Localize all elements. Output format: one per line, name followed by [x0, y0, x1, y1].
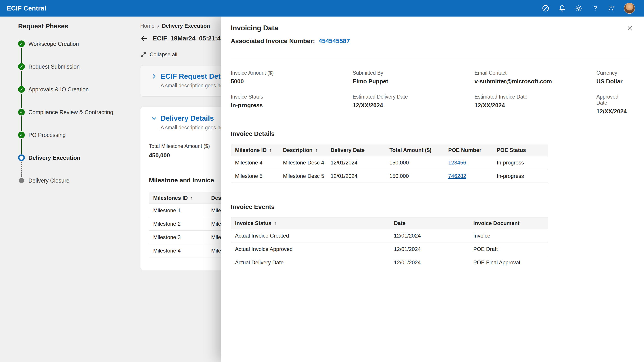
field-label: Invoice Amount ($)	[231, 70, 353, 76]
invoice-event-row: Actual Delivery Date 12/01/2024 POE Fina…	[231, 256, 548, 269]
invoice-details-title: Invoice Details	[231, 130, 630, 137]
milestone-id-cell: Milestone 4	[149, 244, 207, 257]
app-title: ECIF Central	[7, 5, 46, 12]
delivery-date-cell: 12/01/2024	[327, 156, 386, 169]
notifications-icon[interactable]	[558, 4, 567, 13]
chevron-right-icon	[151, 73, 158, 80]
column-label: Milestone ID	[235, 147, 266, 153]
phase-status-icon	[18, 109, 25, 115]
poe-status-cell: In-progress	[493, 156, 548, 169]
phase-status-icon	[18, 132, 25, 138]
field: Currency US Dollar	[596, 70, 630, 85]
chevron-down-icon	[151, 115, 158, 122]
column-label: Description	[283, 147, 312, 153]
field: Submitted By Elmo Puppet	[353, 70, 474, 85]
column-header-delivery-date: Delivery Date	[327, 144, 386, 156]
event-document-cell: POE Draft	[469, 242, 548, 256]
chevron-right-icon: ›	[157, 23, 159, 28]
field-value: 12/XX/2024	[596, 108, 630, 115]
description-cell: Milestone Desc 4	[279, 156, 327, 169]
column-header-description[interactable]: Description↑	[279, 144, 327, 156]
collapse-all-label: Collapse all	[150, 51, 177, 58]
poe-number-cell: 746282	[444, 169, 493, 183]
poe-number-cell: 123456	[444, 156, 493, 169]
phase-step[interactable]: Compliance Review & Contracting	[18, 108, 136, 131]
phase-step-label: Delivery Execution	[28, 154, 80, 161]
field-value: 12/XX/2024	[474, 102, 596, 109]
invoice-detail-row: Milestone 5 Milestone Desc 5 12/01/2024 …	[231, 169, 548, 183]
field-label: Approved Date	[596, 94, 630, 106]
event-document-cell: POE Final Approval	[469, 256, 548, 269]
column-header-invoice-status[interactable]: Invoice Status↑	[231, 217, 390, 229]
top-app-bar: ECIF Central ?	[0, 0, 644, 16]
invoice-event-row: Actual Invoice Created 12/01/2024 Invoic…	[231, 229, 548, 242]
column-header-milestone-id[interactable]: Milestone ID↑	[231, 144, 279, 156]
settings-icon[interactable]	[574, 4, 583, 13]
event-date-cell: 12/01/2024	[390, 242, 469, 256]
page-title: ECIF_19Mar24_05:21:46	[153, 35, 224, 42]
column-header-milestones-id[interactable]: Milestones ID↑	[149, 192, 207, 204]
divider	[231, 121, 630, 121]
help-icon[interactable]: ?	[591, 4, 600, 13]
column-label: Milestones ID	[153, 195, 188, 201]
field-value: 12/XX/2024	[353, 102, 474, 109]
field-label: Estimated Invoice Date	[474, 94, 596, 100]
close-icon[interactable]	[625, 23, 635, 33]
column-header-total-amount: Total Amount ($)	[386, 144, 444, 156]
associated-invoice-number-link[interactable]: 454545587	[319, 37, 350, 45]
phase-step-label: PO Processing	[28, 132, 66, 138]
column-header-date: Date	[390, 217, 469, 229]
phase-stepper: Workscope Creation Request Submission Ap…	[18, 40, 136, 200]
event-status-cell: Actual Delivery Date	[231, 256, 390, 269]
sort-asc-icon: ↑	[269, 147, 272, 153]
total-amount-cell: 150,000	[386, 156, 444, 169]
field: Approved Date 12/XX/2024	[596, 94, 630, 115]
request-phases-panel: Request Phases Workscope Creation Reques…	[0, 16, 136, 200]
phase-step[interactable]: Request Submission	[18, 63, 136, 86]
copilot-icon[interactable]	[541, 4, 550, 13]
field-value: v-submitter@microsoft.com	[474, 78, 596, 85]
person-add-icon[interactable]	[607, 4, 616, 13]
milestone-id-cell: Milestone 3	[149, 231, 207, 244]
phase-step[interactable]: PO Processing	[18, 131, 136, 154]
sort-asc-icon: ↑	[274, 221, 276, 226]
description-cell: Milestone Desc 5	[279, 169, 327, 183]
phase-step[interactable]: Workscope Creation	[18, 40, 136, 63]
divider	[231, 58, 630, 58]
field-value: In-progress	[231, 102, 353, 109]
back-arrow-icon[interactable]	[140, 34, 148, 42]
invoice-detail-row: Milestone 4 Milestone Desc 4 12/01/2024 …	[231, 156, 548, 169]
milestone-id-cell: Milestone 5	[231, 169, 279, 183]
field-label: Currency	[596, 70, 630, 76]
poe-number-link[interactable]: 123456	[448, 160, 466, 166]
field: Email Contact v-submitter@microsoft.com	[474, 70, 596, 85]
event-document-cell: Invoice	[469, 229, 548, 242]
phase-step[interactable]: Delivery Closure	[18, 177, 136, 200]
associated-invoice-row: Associated Invoice Number: 454545587	[231, 37, 630, 45]
event-date-cell: 12/01/2024	[390, 256, 469, 269]
breadcrumb-current: Delivery Execution	[162, 23, 210, 29]
invoice-events-table: Invoice Status↑ Date Invoice Document Ac…	[231, 217, 548, 269]
phase-step-label: Delivery Closure	[28, 177, 69, 184]
request-phases-title: Request Phases	[18, 22, 136, 30]
phase-status-icon	[18, 154, 25, 161]
phase-step-label: Request Submission	[28, 63, 80, 70]
poe-number-link[interactable]: 746282	[448, 173, 466, 179]
milestone-id-cell: Milestone 4	[231, 156, 279, 169]
field-value: 5000	[231, 78, 353, 85]
milestone-id-cell: Milestone 1	[149, 204, 207, 217]
associated-invoice-label: Associated Invoice Number:	[231, 37, 315, 45]
field-label: Invoice Status	[231, 94, 353, 100]
breadcrumb-home-link[interactable]: Home	[140, 23, 154, 29]
phase-step-label: Approvals & IO Creation	[28, 86, 89, 92]
phase-step[interactable]: Delivery Execution	[18, 154, 136, 177]
sort-asc-icon: ↑	[315, 147, 318, 153]
sort-asc-icon: ↑	[190, 195, 193, 201]
field-label: Submitted By	[353, 70, 474, 76]
invoice-field-grid: Invoice Amount ($) 5000 Submitted By Elm…	[231, 70, 630, 115]
phase-step[interactable]: Approvals & IO Creation	[18, 86, 136, 108]
column-label: Invoice Status	[235, 220, 272, 226]
phase-status-icon	[18, 40, 25, 47]
user-avatar[interactable]	[624, 3, 635, 14]
topbar-actions: ?	[541, 3, 635, 14]
